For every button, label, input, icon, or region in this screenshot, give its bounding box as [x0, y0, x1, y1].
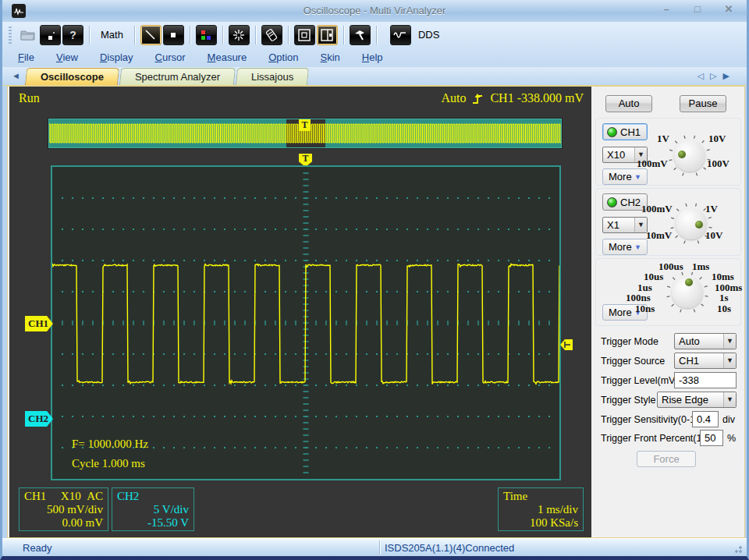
ch2-led-icon — [607, 197, 617, 207]
trigger-mode-select[interactable]: Auto▼ — [674, 333, 737, 349]
title-bar: Oscilloscope - Multi VirAnalyzer – □ ✕ — [2, 0, 747, 22]
timebase-knob[interactable] — [666, 271, 709, 314]
scope-display: Run Auto CH1 -338.000 mV T T — [9, 87, 591, 537]
math-button[interactable]: Math — [101, 29, 123, 41]
ch1-more-button[interactable]: More▼ — [602, 168, 648, 185]
minimize-icon[interactable]: – — [656, 3, 676, 16]
tab-scroll-first-icon[interactable]: ◄ — [12, 71, 20, 80]
ch1-probe-coupling: X10 AC — [61, 490, 103, 503]
maximize-icon[interactable]: □ — [687, 3, 708, 16]
time-knob-label: 10ns — [635, 303, 655, 315]
menu-view[interactable]: View — [56, 51, 78, 63]
resize-grip-icon[interactable] — [731, 544, 742, 553]
time-knob-label: 10s — [717, 303, 731, 315]
ch2-group: CH2 X1▼ More▼ 100mV 1V 10mV 10V — [595, 188, 741, 256]
menu-help[interactable]: Help — [362, 51, 383, 63]
ch2-zero-marker[interactable]: CH2 — [25, 411, 53, 427]
ch1-volt-knob[interactable] — [668, 134, 712, 178]
trigger-front-input[interactable] — [700, 430, 723, 446]
display-dots-icon[interactable] — [40, 25, 61, 45]
menu-measure[interactable]: Measure — [208, 51, 247, 63]
sample-rate: 100 KSa/s — [503, 516, 578, 530]
color-palette-icon[interactable] — [196, 25, 217, 45]
toolbar-separator — [222, 26, 223, 44]
trigger-mode-label: Trigger Mode — [601, 336, 658, 347]
toolbar-separator — [288, 26, 289, 44]
toolbar-grip[interactable] — [9, 27, 12, 44]
trigger-sensitivity-input[interactable] — [692, 411, 719, 427]
ch1-info-title: CH1 — [24, 490, 46, 503]
auto-button[interactable]: Auto — [605, 95, 652, 112]
point-draw-icon[interactable] — [163, 25, 184, 45]
trigger-style-select[interactable]: Rise Edge▼ — [657, 392, 737, 408]
ch2-info-title: CH2 — [117, 490, 189, 503]
dds-button[interactable]: DDS — [389, 25, 445, 45]
timebase-group: More▼ 100us 1ms 10us 10ms 1us 100ms 100n… — [595, 258, 741, 326]
menu-cursor[interactable]: Cursor — [155, 51, 186, 63]
chevron-down-icon: ▼ — [723, 392, 736, 407]
help-icon[interactable]: ? — [62, 25, 83, 45]
time-scale: 1 ms/div — [503, 503, 578, 516]
menu-file[interactable]: File — [18, 51, 34, 63]
pause-button[interactable]: Pause — [680, 95, 726, 112]
ch2-volt-knob[interactable] — [669, 202, 713, 246]
status-separator — [379, 541, 380, 555]
chevron-down-icon: ▼ — [634, 243, 641, 251]
sensitivity-unit: div — [722, 414, 735, 425]
chevron-down-icon: ▼ — [723, 334, 736, 349]
dds-wave-icon — [390, 25, 411, 45]
split-view-icon[interactable] — [317, 25, 338, 45]
trigger-front-label: Trigger Front Percent(1-99 — [601, 433, 716, 444]
control-panel: Auto Pause CH1 X10▼ More▼ 1V 10V 100mV 1… — [593, 87, 744, 537]
cycle-readout: Cycle 1.000 ms — [72, 457, 145, 470]
ch2-more-button[interactable]: More▼ — [602, 239, 648, 255]
force-button[interactable]: Force — [637, 451, 696, 467]
capture-overview-strip[interactable]: T — [48, 119, 562, 148]
trigger-level-readout: CH1 -338.000 mV — [490, 91, 584, 105]
chevron-down-icon: ▼ — [634, 218, 647, 232]
ch1-enable-button[interactable]: CH1 — [602, 123, 648, 140]
tab-scroll-icons[interactable]: ◁▷▶ — [698, 71, 736, 81]
ch1-group: CH1 X10▼ More▼ 1V 10V 100mV 100V — [595, 118, 741, 186]
ch2-probe-select[interactable]: X1▼ — [602, 217, 648, 233]
line-draw-icon[interactable] — [140, 25, 162, 45]
tab-oscilloscope[interactable]: Oscilloscope — [25, 68, 119, 85]
device-icon[interactable] — [261, 25, 282, 45]
close-icon[interactable]: ✕ — [719, 3, 739, 16]
tab-spectrum-analyzer[interactable]: Spectrum Analyzer — [119, 68, 236, 85]
ch1-zero-marker[interactable]: CH1 — [25, 316, 53, 331]
ch2-info-box: CH2 5 V/div -15.50 V — [112, 487, 194, 531]
ch1-led-icon — [607, 127, 617, 137]
knob-indicator-dot — [695, 221, 703, 229]
app-window: Oscilloscope - Multi VirAnalyzer – □ ✕ ?… — [0, 0, 749, 560]
menu-skin[interactable]: Skin — [321, 51, 340, 63]
tab-strip: ◄ Oscilloscope Spectrum Analyzer Lissajo… — [2, 67, 747, 86]
tools-icon[interactable] — [350, 25, 371, 45]
ch1-knob-label: 100mV — [637, 158, 668, 170]
trigger-level-marker[interactable] — [560, 338, 573, 351]
autoset-icon[interactable] — [229, 25, 250, 45]
trigger-sensitivity-label: Trigger Sensitivity(0-1.0) — [601, 414, 707, 425]
status-bar: Ready ISDS205A(1.1)(4)Connected — [2, 538, 747, 556]
border-view-icon[interactable] — [294, 25, 315, 45]
tab-lissajous[interactable]: Lissajous — [236, 68, 310, 85]
main-waveform — [52, 167, 559, 479]
window-title: Oscilloscope - Multi VirAnalyzer — [2, 5, 747, 16]
menu-display[interactable]: Display — [100, 51, 133, 63]
main-content: Run Auto CH1 -338.000 mV T T — [7, 86, 745, 538]
trigger-level-label: Trigger Level(mV) — [601, 375, 679, 386]
trigger-level-input[interactable] — [674, 372, 737, 388]
trigger-source-select[interactable]: CH1▼ — [674, 353, 737, 369]
trigger-source-label: Trigger Source — [601, 356, 665, 367]
toolbar-separator — [89, 26, 90, 44]
dds-label: DDS — [418, 29, 439, 41]
front-unit: % — [727, 433, 736, 444]
overview-trigger-marker[interactable]: T — [299, 119, 311, 131]
toolbar-separator — [376, 26, 377, 44]
open-folder-icon[interactable] — [17, 25, 38, 45]
run-status: Run — [19, 91, 40, 105]
menu-option[interactable]: Option — [268, 51, 298, 63]
trigger-mode-readout: Auto — [441, 91, 466, 105]
waveform-grid — [51, 165, 561, 480]
menu-bar: File View Display Cursor Measure Option … — [2, 48, 747, 67]
